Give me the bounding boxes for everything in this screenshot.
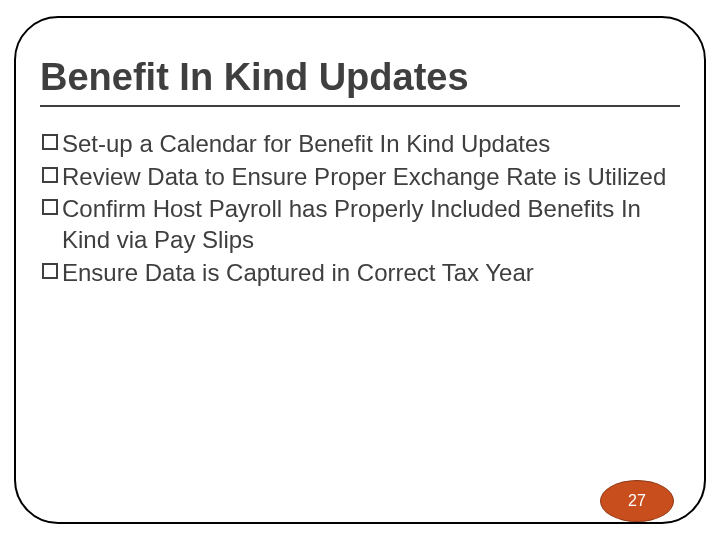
bullet-text: Review Data to Ensure Proper Exchange Ra… <box>62 162 680 193</box>
bullet-text: Set-up a Calendar for Benefit In Kind Up… <box>62 129 680 160</box>
slide-title: Benefit In Kind Updates <box>40 56 680 99</box>
list-item: Review Data to Ensure Proper Exchange Ra… <box>42 162 680 193</box>
page-number: 27 <box>628 492 646 510</box>
square-bullet-icon <box>42 263 58 279</box>
bullet-list: Set-up a Calendar for Benefit In Kind Up… <box>40 129 680 289</box>
slide-content: Benefit In Kind Updates Set-up a Calenda… <box>40 56 680 291</box>
page-number-badge: 27 <box>600 480 674 522</box>
list-item: Ensure Data is Captured in Correct Tax Y… <box>42 258 680 289</box>
bullet-text: Confirm Host Payroll has Properly Includ… <box>62 194 680 255</box>
square-bullet-icon <box>42 167 58 183</box>
title-underline <box>40 105 680 107</box>
list-item: Confirm Host Payroll has Properly Includ… <box>42 194 680 255</box>
list-item: Set-up a Calendar for Benefit In Kind Up… <box>42 129 680 160</box>
square-bullet-icon <box>42 134 58 150</box>
square-bullet-icon <box>42 199 58 215</box>
bullet-text: Ensure Data is Captured in Correct Tax Y… <box>62 258 680 289</box>
